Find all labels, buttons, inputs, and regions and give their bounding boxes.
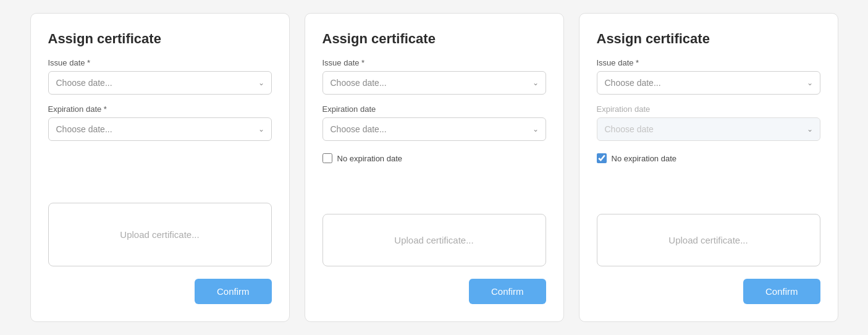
card-title-3: Assign certificate: [597, 31, 820, 47]
issue-date-select-1[interactable]: Choose date...: [48, 71, 272, 95]
issue-date-select-wrapper-3: Choose date... ⌄: [597, 71, 820, 95]
expiration-date-select-1[interactable]: Choose date...: [48, 117, 272, 141]
expiration-date-label-2: Expiration date: [322, 104, 546, 114]
assign-certificate-card-1: Assign certificate Issue date * Choose d…: [30, 13, 290, 322]
issue-date-select-2[interactable]: Choose date...: [322, 71, 546, 95]
expiration-date-group-1: Expiration date * Choose date... ⌄: [48, 104, 272, 141]
issue-date-group-3: Issue date * Choose date... ⌄: [597, 58, 820, 95]
no-expiration-label-3[interactable]: No expiration date: [612, 154, 677, 163]
confirm-button-3[interactable]: Confirm: [743, 279, 820, 304]
expiration-date-label-3: Expiration date: [597, 104, 820, 114]
no-expiration-row-3: No expiration date: [597, 153, 820, 163]
issue-date-label-1: Issue date *: [48, 58, 272, 67]
upload-area-3[interactable]: Upload certificate...: [597, 214, 820, 266]
assign-certificate-card-3: Assign certificate Issue date * Choose d…: [579, 13, 838, 322]
confirm-row-1: Confirm: [48, 279, 272, 304]
expiration-date-select-3[interactable]: Choose date: [597, 117, 820, 141]
confirm-button-1[interactable]: Confirm: [195, 279, 272, 304]
issue-date-select-wrapper-2: Choose date... ⌄: [322, 71, 546, 95]
assign-certificate-card-2: Assign certificate Issue date * Choose d…: [305, 13, 564, 322]
expiration-date-select-2[interactable]: Choose date...: [322, 117, 546, 141]
issue-date-group-2: Issue date * Choose date... ⌄: [322, 58, 546, 95]
expiration-date-select-wrapper-2: Choose date... ⌄: [322, 117, 546, 141]
issue-date-select-wrapper-1: Choose date... ⌄: [48, 71, 272, 95]
expiration-date-group-3: Expiration date Choose date ⌄: [597, 104, 820, 141]
card-title-2: Assign certificate: [322, 31, 546, 47]
upload-label-1: Upload certificate...: [120, 229, 199, 240]
no-expiration-checkbox-3[interactable]: [597, 153, 607, 163]
upload-label-2: Upload certificate...: [394, 235, 473, 245]
confirm-row-3: Confirm: [597, 279, 820, 304]
issue-date-label-2: Issue date *: [322, 58, 546, 67]
confirm-button-2[interactable]: Confirm: [469, 279, 546, 304]
issue-date-label-3: Issue date *: [597, 58, 820, 67]
upload-area-2[interactable]: Upload certificate...: [322, 214, 546, 266]
confirm-row-2: Confirm: [322, 279, 546, 304]
no-expiration-checkbox-2[interactable]: [322, 153, 332, 163]
expiration-date-select-wrapper-1: Choose date... ⌄: [48, 117, 272, 141]
no-expiration-row-2: No expiration date: [322, 153, 546, 163]
expiration-date-select-wrapper-3: Choose date ⌄: [597, 117, 820, 141]
no-expiration-label-2[interactable]: No expiration date: [337, 154, 403, 163]
upload-label-3: Upload certificate...: [668, 235, 748, 245]
upload-area-1[interactable]: Upload certificate...: [48, 203, 272, 266]
issue-date-group-1: Issue date * Choose date... ⌄: [48, 58, 272, 95]
issue-date-select-3[interactable]: Choose date...: [597, 71, 820, 95]
expiration-date-label-1: Expiration date *: [48, 104, 272, 114]
card-title-1: Assign certificate: [48, 31, 272, 47]
expiration-date-group-2: Expiration date Choose date... ⌄: [322, 104, 546, 141]
